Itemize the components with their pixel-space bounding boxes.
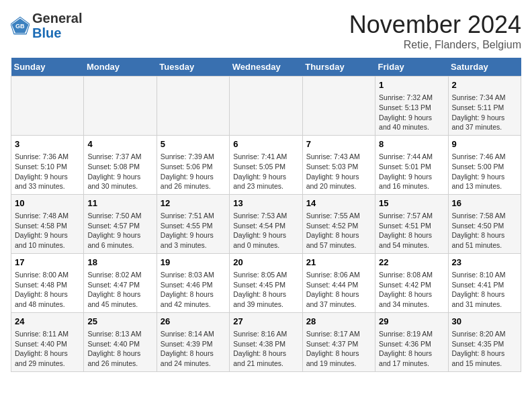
weekday-header-cell: Monday xyxy=(84,58,157,77)
calendar-cell: 30Sunrise: 8:20 AM Sunset: 4:35 PM Dayli… xyxy=(448,312,521,371)
calendar-cell: 19Sunrise: 8:03 AM Sunset: 4:46 PM Dayli… xyxy=(157,253,229,312)
day-number: 16 xyxy=(452,197,517,210)
day-info: Sunrise: 8:08 AM Sunset: 4:42 PM Dayligh… xyxy=(379,270,444,310)
day-number: 26 xyxy=(161,316,226,328)
day-info: Sunrise: 8:17 AM Sunset: 4:37 PM Dayligh… xyxy=(306,329,371,369)
day-info: Sunrise: 7:44 AM Sunset: 5:01 PM Dayligh… xyxy=(379,152,444,191)
calendar-cell: 2Sunrise: 7:34 AM Sunset: 5:11 PM Daylig… xyxy=(448,77,521,136)
calendar-week-row: 24Sunrise: 8:11 AM Sunset: 4:40 PM Dayli… xyxy=(11,312,521,371)
day-info: Sunrise: 7:46 AM Sunset: 5:00 PM Dayligh… xyxy=(452,152,517,191)
day-number: 9 xyxy=(452,138,517,150)
weekday-header-cell: Sunday xyxy=(11,58,84,77)
day-info: Sunrise: 8:02 AM Sunset: 4:47 PM Dayligh… xyxy=(87,270,152,310)
day-info: Sunrise: 7:37 AM Sunset: 5:08 PM Dayligh… xyxy=(87,152,152,191)
calendar-cell: 27Sunrise: 8:16 AM Sunset: 4:38 PM Dayli… xyxy=(230,312,302,371)
day-info: Sunrise: 7:57 AM Sunset: 4:51 PM Dayligh… xyxy=(379,211,444,250)
day-info: Sunrise: 8:11 AM Sunset: 4:40 PM Dayligh… xyxy=(15,329,80,369)
day-info: Sunrise: 7:50 AM Sunset: 4:57 PM Dayligh… xyxy=(87,211,152,250)
day-info: Sunrise: 8:13 AM Sunset: 4:40 PM Dayligh… xyxy=(87,329,152,369)
day-info: Sunrise: 7:55 AM Sunset: 4:52 PM Dayligh… xyxy=(306,211,371,250)
calendar-cell: 8Sunrise: 7:44 AM Sunset: 5:01 PM Daylig… xyxy=(375,135,448,194)
day-info: Sunrise: 8:16 AM Sunset: 4:38 PM Dayligh… xyxy=(233,329,298,369)
calendar-cell: 7Sunrise: 7:43 AM Sunset: 5:03 PM Daylig… xyxy=(302,135,375,194)
day-number: 20 xyxy=(233,257,298,269)
day-number: 30 xyxy=(452,316,517,328)
calendar-cell xyxy=(302,77,375,136)
header: GB General Blue November 2024 Retie, Fla… xyxy=(11,11,521,51)
day-info: Sunrise: 8:14 AM Sunset: 4:39 PM Dayligh… xyxy=(161,329,226,369)
calendar-body: 1Sunrise: 7:32 AM Sunset: 5:13 PM Daylig… xyxy=(11,77,521,372)
day-number: 17 xyxy=(15,257,80,269)
calendar-cell: 26Sunrise: 8:14 AM Sunset: 4:39 PM Dayli… xyxy=(157,312,229,371)
day-number: 8 xyxy=(379,138,444,150)
calendar-cell: 12Sunrise: 7:51 AM Sunset: 4:55 PM Dayli… xyxy=(157,194,229,253)
day-number: 27 xyxy=(233,316,298,328)
calendar-cell xyxy=(84,77,157,136)
calendar-cell: 21Sunrise: 8:06 AM Sunset: 4:44 PM Dayli… xyxy=(302,253,375,312)
calendar-cell xyxy=(230,77,302,136)
calendar-cell: 23Sunrise: 8:10 AM Sunset: 4:41 PM Dayli… xyxy=(448,253,521,312)
day-number: 19 xyxy=(161,257,226,269)
day-info: Sunrise: 7:41 AM Sunset: 5:05 PM Dayligh… xyxy=(233,152,298,191)
calendar-week-row: 1Sunrise: 7:32 AM Sunset: 5:13 PM Daylig… xyxy=(11,77,521,136)
title-area: November 2024 Retie, Flanders, Belgium xyxy=(349,11,521,51)
day-number: 25 xyxy=(87,316,152,328)
weekday-header-cell: Friday xyxy=(375,58,448,77)
day-number: 18 xyxy=(87,257,152,269)
location: Retie, Flanders, Belgium xyxy=(349,39,521,51)
day-number: 23 xyxy=(452,257,517,269)
weekday-header-cell: Thursday xyxy=(302,58,375,77)
day-number: 13 xyxy=(233,197,298,210)
calendar-week-row: 3Sunrise: 7:36 AM Sunset: 5:10 PM Daylig… xyxy=(11,135,521,194)
day-info: Sunrise: 7:32 AM Sunset: 5:13 PM Dayligh… xyxy=(379,93,444,132)
calendar-week-row: 17Sunrise: 8:00 AM Sunset: 4:48 PM Dayli… xyxy=(11,253,521,312)
calendar-cell: 22Sunrise: 8:08 AM Sunset: 4:42 PM Dayli… xyxy=(375,253,448,312)
calendar-cell: 9Sunrise: 7:46 AM Sunset: 5:00 PM Daylig… xyxy=(448,135,521,194)
day-number: 22 xyxy=(379,257,444,269)
calendar-cell xyxy=(11,77,84,136)
day-info: Sunrise: 7:48 AM Sunset: 4:58 PM Dayligh… xyxy=(15,211,80,250)
day-number: 12 xyxy=(161,197,226,210)
calendar-cell: 10Sunrise: 7:48 AM Sunset: 4:58 PM Dayli… xyxy=(11,194,84,253)
calendar-cell: 14Sunrise: 7:55 AM Sunset: 4:52 PM Dayli… xyxy=(302,194,375,253)
day-number: 4 xyxy=(87,138,152,150)
day-number: 28 xyxy=(306,316,371,328)
calendar-cell: 29Sunrise: 8:19 AM Sunset: 4:36 PM Dayli… xyxy=(375,312,448,371)
calendar-cell: 18Sunrise: 8:02 AM Sunset: 4:47 PM Dayli… xyxy=(84,253,157,312)
calendar-cell xyxy=(157,77,229,136)
calendar-cell: 15Sunrise: 7:57 AM Sunset: 4:51 PM Dayli… xyxy=(375,194,448,253)
day-info: Sunrise: 8:03 AM Sunset: 4:46 PM Dayligh… xyxy=(161,270,226,310)
day-info: Sunrise: 7:36 AM Sunset: 5:10 PM Dayligh… xyxy=(15,152,80,191)
day-number: 24 xyxy=(15,316,80,328)
day-info: Sunrise: 8:05 AM Sunset: 4:45 PM Dayligh… xyxy=(233,270,298,310)
calendar-cell: 4Sunrise: 7:37 AM Sunset: 5:08 PM Daylig… xyxy=(84,135,157,194)
weekday-header-cell: Saturday xyxy=(448,58,521,77)
calendar-cell: 3Sunrise: 7:36 AM Sunset: 5:10 PM Daylig… xyxy=(11,135,84,194)
day-info: Sunrise: 7:58 AM Sunset: 4:50 PM Dayligh… xyxy=(452,211,517,250)
calendar-table: SundayMondayTuesdayWednesdayThursdayFrid… xyxy=(11,58,521,372)
day-number: 14 xyxy=(306,197,371,210)
day-number: 2 xyxy=(452,79,517,91)
day-number: 6 xyxy=(233,138,298,150)
logo-text: General Blue xyxy=(32,11,82,40)
day-info: Sunrise: 8:10 AM Sunset: 4:41 PM Dayligh… xyxy=(452,270,517,310)
day-info: Sunrise: 8:00 AM Sunset: 4:48 PM Dayligh… xyxy=(15,270,80,310)
day-number: 10 xyxy=(15,197,80,210)
calendar-cell: 24Sunrise: 8:11 AM Sunset: 4:40 PM Dayli… xyxy=(11,312,84,371)
day-info: Sunrise: 8:20 AM Sunset: 4:35 PM Dayligh… xyxy=(452,329,517,369)
day-info: Sunrise: 8:06 AM Sunset: 4:44 PM Dayligh… xyxy=(306,270,371,310)
day-number: 11 xyxy=(87,197,152,210)
calendar-cell: 1Sunrise: 7:32 AM Sunset: 5:13 PM Daylig… xyxy=(375,77,448,136)
day-info: Sunrise: 7:34 AM Sunset: 5:11 PM Dayligh… xyxy=(452,93,517,132)
day-info: Sunrise: 7:53 AM Sunset: 4:54 PM Dayligh… xyxy=(233,211,298,250)
day-info: Sunrise: 7:39 AM Sunset: 5:06 PM Dayligh… xyxy=(161,152,226,191)
weekday-header-cell: Wednesday xyxy=(230,58,302,77)
day-number: 7 xyxy=(306,138,371,150)
day-info: Sunrise: 8:19 AM Sunset: 4:36 PM Dayligh… xyxy=(379,329,444,369)
month-title: November 2024 xyxy=(349,11,521,39)
calendar-cell: 20Sunrise: 8:05 AM Sunset: 4:45 PM Dayli… xyxy=(230,253,302,312)
calendar-cell: 11Sunrise: 7:50 AM Sunset: 4:57 PM Dayli… xyxy=(84,194,157,253)
day-number: 3 xyxy=(15,138,80,150)
calendar-cell: 6Sunrise: 7:41 AM Sunset: 5:05 PM Daylig… xyxy=(230,135,302,194)
calendar-cell: 13Sunrise: 7:53 AM Sunset: 4:54 PM Dayli… xyxy=(230,194,302,253)
